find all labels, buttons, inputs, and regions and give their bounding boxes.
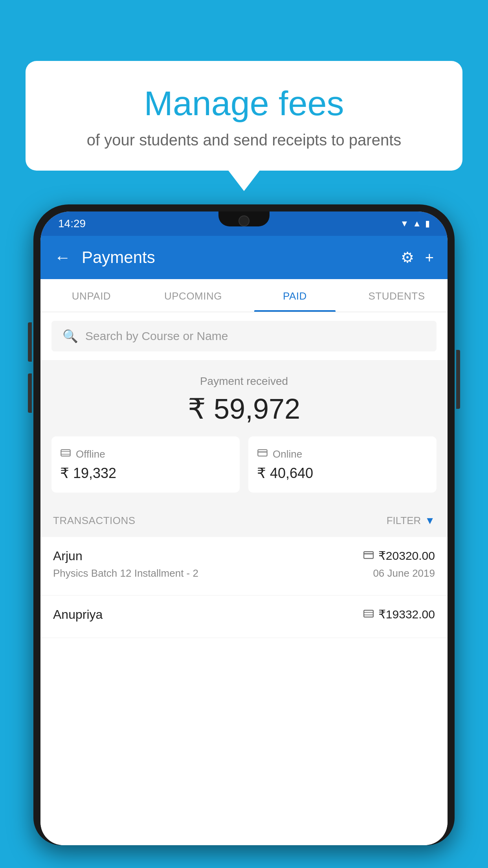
tab-upcoming[interactable]: UPCOMING: [142, 279, 244, 312]
search-icon: 🔍: [62, 329, 78, 344]
transaction-name: Anupriya: [53, 607, 103, 622]
phone-container: 14:29 ▼ ▲ ▮ ← Payments ⚙ +: [33, 204, 455, 868]
screen: 14:29 ▼ ▲ ▮ ← Payments ⚙ +: [40, 211, 448, 845]
transactions-header: TRANSACTIONS FILTER ▼: [40, 504, 448, 537]
payment-total-amount: ₹ 59,972: [51, 392, 437, 425]
offline-card: Offline ₹ 19,332: [51, 436, 240, 493]
transaction-detail: Physics Batch 12 Installment - 2: [53, 567, 198, 579]
wifi-icon: ▼: [400, 219, 409, 229]
transactions-label: TRANSACTIONS: [53, 515, 136, 527]
phone-camera: [238, 215, 250, 226]
tabs-bar: UNPAID UPCOMING PAID STUDENTS: [40, 279, 448, 312]
status-time: 14:29: [58, 217, 86, 230]
phone: 14:29 ▼ ▲ ▮ ← Payments ⚙ +: [33, 204, 455, 845]
online-label: Online: [273, 448, 302, 460]
status-icons: ▼ ▲ ▮: [400, 219, 430, 229]
online-card: Online ₹ 40,640: [248, 436, 437, 493]
filter-icon: ▼: [425, 515, 435, 527]
app-bar-actions: ⚙ +: [401, 249, 434, 266]
filter-label: FILTER: [387, 515, 421, 527]
transaction-row-top: Anupriya ₹19332: [53, 607, 435, 622]
transaction-date: 06 June 2019: [373, 567, 435, 579]
search-container: 🔍 Search by Course or Name: [40, 312, 448, 360]
settings-icon[interactable]: ⚙: [401, 249, 414, 266]
transaction-amount-wrap: ₹19332.00: [363, 607, 435, 621]
transaction-name: Arjun: [53, 549, 83, 563]
tab-students[interactable]: STUDENTS: [346, 279, 448, 312]
tab-unpaid[interactable]: UNPAID: [40, 279, 142, 312]
speech-bubble-container: Manage fees of your students and send re…: [26, 61, 462, 171]
battery-icon: ▮: [425, 219, 430, 229]
back-button[interactable]: ←: [54, 248, 71, 267]
phone-notch: [218, 211, 270, 226]
transaction-item[interactable]: Arjun ₹20320.00: [40, 537, 448, 596]
svg-rect-3: [258, 450, 267, 456]
side-button-power: [456, 350, 460, 409]
payment-summary: Payment received ₹ 59,972: [40, 360, 448, 504]
offline-amount: ₹ 19,332: [60, 465, 231, 482]
app-bar-title: Payments: [82, 248, 401, 267]
offline-label: Offline: [76, 448, 105, 460]
offline-icon: [60, 447, 71, 461]
online-icon: [257, 447, 268, 461]
filter-button[interactable]: FILTER ▼: [387, 515, 435, 527]
app-bar: ← Payments ⚙ +: [40, 236, 448, 279]
search-bar[interactable]: 🔍 Search by Course or Name: [51, 321, 437, 351]
bubble-subtitle: of your students and send receipts to pa…: [45, 131, 443, 149]
offline-card-header: Offline: [60, 447, 231, 461]
transaction-item[interactable]: Anupriya ₹19332: [40, 596, 448, 638]
svg-rect-5: [364, 552, 373, 558]
online-amount: ₹ 40,640: [257, 465, 428, 482]
search-placeholder: Search by Course or Name: [85, 329, 228, 343]
transaction-row-top: Arjun ₹20320.00: [53, 549, 435, 563]
tab-paid[interactable]: PAID: [244, 279, 346, 312]
transaction-amount-wrap: ₹20320.00: [363, 549, 435, 563]
phone-inner: 14:29 ▼ ▲ ▮ ← Payments ⚙ +: [40, 211, 448, 845]
transaction-list: Arjun ₹20320.00: [40, 537, 448, 845]
svg-rect-7: [364, 610, 373, 617]
signal-icon: ▲: [413, 219, 421, 229]
side-button-vol-up: [28, 322, 32, 362]
transaction-type-icon: [363, 608, 374, 620]
payment-received-label: Payment received: [51, 375, 437, 388]
speech-bubble: Manage fees of your students and send re…: [26, 61, 462, 171]
svg-rect-0: [61, 450, 70, 456]
transaction-type-icon: [363, 550, 374, 562]
add-icon[interactable]: +: [425, 249, 434, 266]
online-card-header: Online: [257, 447, 428, 461]
transaction-row-bottom: Physics Batch 12 Installment - 2 06 June…: [53, 567, 435, 579]
transaction-amount: ₹19332.00: [378, 607, 435, 621]
payment-cards: Offline ₹ 19,332: [51, 436, 437, 493]
transaction-amount: ₹20320.00: [378, 549, 435, 563]
side-button-vol-down: [28, 373, 32, 413]
bubble-title: Manage fees: [45, 85, 443, 123]
